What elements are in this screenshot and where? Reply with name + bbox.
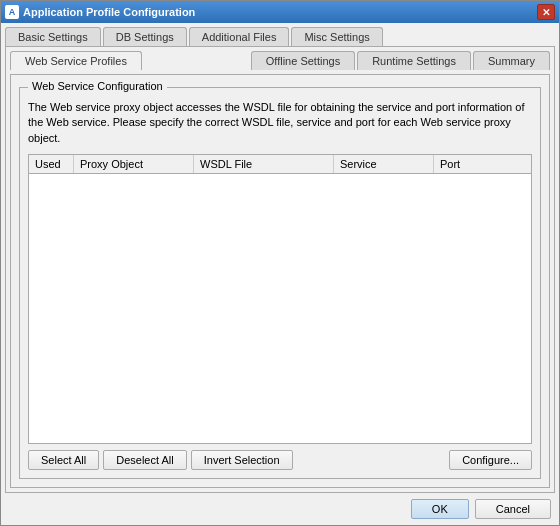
col-header-service: Service <box>334 155 434 173</box>
tab-summary[interactable]: Summary <box>473 51 550 70</box>
secondary-tab-bar: Web Service Profiles Offline Settings Ru… <box>10 51 550 70</box>
table-header: Used Proxy Object WSDL File Service Port <box>29 155 531 174</box>
table-body <box>29 174 531 443</box>
deselect-all-button[interactable]: Deselect All <box>103 450 186 470</box>
tab-runtime-settings[interactable]: Runtime Settings <box>357 51 471 70</box>
tab-db-settings[interactable]: DB Settings <box>103 27 187 46</box>
title-bar-left: A Application Profile Configuration <box>5 5 195 19</box>
col-header-port: Port <box>434 155 531 173</box>
app-icon: A <box>5 5 19 19</box>
invert-selection-button[interactable]: Invert Selection <box>191 450 293 470</box>
col-header-proxy: Proxy Object <box>74 155 194 173</box>
top-tab-bar: Basic Settings DB Settings Additional Fi… <box>1 23 559 46</box>
main-panel: Web Service Configuration The Web servic… <box>10 74 550 488</box>
window-title: Application Profile Configuration <box>23 6 195 18</box>
col-header-wsdl: WSDL File <box>194 155 334 173</box>
main-window: A Application Profile Configuration ✕ Ba… <box>0 0 560 526</box>
tab-misc-settings[interactable]: Misc Settings <box>291 27 382 46</box>
tab-basic-settings[interactable]: Basic Settings <box>5 27 101 46</box>
action-buttons: Select All Deselect All Invert Selection… <box>28 450 532 470</box>
content-area: Web Service Profiles Offline Settings Ru… <box>5 46 555 493</box>
web-service-config-group: Web Service Configuration The Web servic… <box>19 87 541 479</box>
select-all-button[interactable]: Select All <box>28 450 99 470</box>
group-content: The Web service proxy object accesses th… <box>20 88 540 478</box>
title-bar: A Application Profile Configuration ✕ <box>1 1 559 23</box>
tab-additional-files[interactable]: Additional Files <box>189 27 290 46</box>
tab-offline-settings[interactable]: Offline Settings <box>251 51 355 70</box>
ok-button[interactable]: OK <box>411 499 469 519</box>
description-text: The Web service proxy object accesses th… <box>28 100 532 146</box>
col-header-used: Used <box>29 155 74 173</box>
close-button[interactable]: ✕ <box>537 4 555 20</box>
web-service-table: Used Proxy Object WSDL File Service Port <box>28 154 532 444</box>
configure-button[interactable]: Configure... <box>449 450 532 470</box>
group-box-title: Web Service Configuration <box>28 80 167 92</box>
tab-web-service-profiles[interactable]: Web Service Profiles <box>10 51 142 70</box>
footer: OK Cancel <box>1 493 559 525</box>
cancel-button[interactable]: Cancel <box>475 499 551 519</box>
